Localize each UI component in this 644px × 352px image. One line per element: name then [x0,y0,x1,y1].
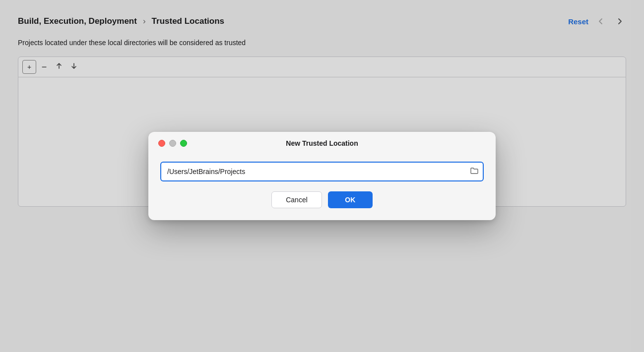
traffic-lights [158,140,187,147]
folder-icon [470,166,479,177]
path-input[interactable] [160,162,484,181]
maximize-window-button[interactable] [180,140,187,147]
ok-button[interactable]: OK [328,191,373,208]
modal-buttons: Cancel OK [160,191,484,208]
minimize-window-button[interactable] [169,140,176,147]
modal-titlebar: New Trusted Location [148,132,496,154]
close-window-button[interactable] [158,140,165,147]
browse-folder-button[interactable] [470,166,479,177]
cancel-button[interactable]: Cancel [271,191,322,208]
new-trusted-location-dialog: New Trusted Location Cancel OK [148,132,496,220]
modal-overlay: New Trusted Location Cancel OK [0,0,644,352]
modal-content: Cancel OK [148,154,496,220]
modal-title: New Trusted Location [286,139,358,147]
path-input-wrapper [160,162,484,181]
